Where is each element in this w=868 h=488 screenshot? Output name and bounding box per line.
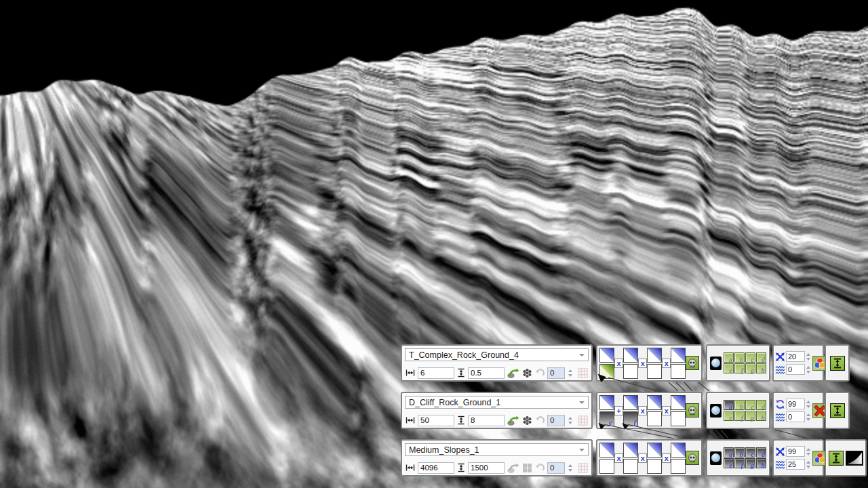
channel-a[interactable]: a (724, 400, 734, 410)
empty-tile[interactable] (599, 459, 614, 474)
falloff-curve-button[interactable] (846, 451, 863, 466)
height-input[interactable] (468, 415, 505, 426)
blend-operator[interactable]: x (638, 359, 647, 368)
seed-spinner[interactable] (568, 462, 573, 473)
channel-a[interactable]: a (724, 352, 734, 363)
fit-height-button[interactable] (829, 451, 844, 466)
count-spinner[interactable] (806, 446, 811, 457)
channel-f[interactable]: f (734, 363, 745, 373)
layer-name-dropdown[interactable]: Medium_Slopes_1 (405, 443, 589, 456)
gradient-tile[interactable] (647, 348, 662, 363)
channel-h[interactable]: h (756, 411, 766, 421)
variation-spinner[interactable] (806, 411, 811, 422)
channel-tile-f[interactable]: f (623, 411, 638, 426)
empty-tile[interactable] (623, 459, 638, 474)
blend-operator[interactable]: x (614, 359, 623, 368)
width-input[interactable] (418, 367, 454, 379)
count-input[interactable] (786, 446, 805, 457)
seed-spinner[interactable] (568, 367, 573, 378)
fit-height-button[interactable] (830, 356, 845, 371)
channel-f[interactable]: f (734, 411, 745, 421)
blend-operator[interactable]: + (614, 406, 623, 415)
grid-button[interactable] (578, 368, 588, 378)
gradient-tile[interactable] (671, 395, 686, 410)
gradient-tile[interactable] (623, 395, 638, 410)
undo-button[interactable] (535, 463, 545, 472)
count-spinner[interactable] (806, 351, 811, 362)
channel-b[interactable]: b (734, 447, 745, 458)
gradient-tile[interactable] (671, 348, 686, 363)
channel-g[interactable]: g (745, 411, 755, 421)
empty-tile[interactable] (671, 364, 686, 379)
width-input[interactable] (418, 462, 454, 474)
grid-button[interactable] (578, 415, 588, 426)
channel-c[interactable]: c (745, 352, 755, 363)
channel-e[interactable]: e (724, 458, 734, 468)
skull-button[interactable] (686, 356, 699, 370)
channel-d[interactable]: d (756, 400, 766, 410)
gradient-tile[interactable] (599, 395, 614, 410)
blend-operator[interactable]: x (662, 406, 671, 415)
gradient-tile[interactable] (623, 348, 638, 363)
seed-input[interactable] (547, 367, 565, 379)
blend-operator[interactable]: x (638, 406, 647, 415)
sphere-preview-button[interactable] (710, 357, 722, 370)
layer-name-dropdown[interactable]: T_Complex_Rock_Ground_4 (405, 348, 589, 361)
cluster-button[interactable] (522, 415, 532, 426)
sphere-preview-button[interactable] (710, 404, 722, 418)
empty-tile[interactable] (623, 364, 638, 379)
empty-tile[interactable] (647, 411, 662, 426)
gradient-tile[interactable] (647, 443, 662, 458)
empty-tile[interactable] (671, 411, 686, 426)
empty-tile[interactable] (647, 364, 662, 379)
channel-h[interactable]: h (756, 458, 766, 468)
seed-input[interactable] (547, 415, 565, 426)
undo-button[interactable] (535, 415, 545, 425)
channel-e[interactable]: e (724, 363, 734, 373)
variation-input[interactable] (786, 459, 805, 470)
undo-button[interactable] (535, 368, 545, 378)
distribution-button[interactable] (507, 415, 519, 426)
gradient-tile-active[interactable] (599, 364, 614, 379)
gradient-tile[interactable] (599, 443, 614, 458)
height-input[interactable] (468, 462, 505, 474)
skull-button[interactable] (686, 451, 699, 465)
count-spinner[interactable] (806, 399, 811, 409)
variation-input[interactable] (786, 364, 805, 375)
layer-name-dropdown[interactable]: D_Cliff_Rock_Ground_1 (405, 396, 589, 409)
cluster-button[interactable] (522, 368, 532, 378)
count-input[interactable] (786, 351, 805, 362)
sphere-preview-button[interactable] (710, 451, 722, 465)
blend-operator[interactable]: x (614, 453, 623, 463)
distribution-button[interactable] (507, 367, 519, 378)
tiles-button[interactable] (522, 463, 532, 473)
channel-d[interactable]: d (756, 352, 766, 363)
channel-a[interactable]: a (724, 447, 734, 458)
empty-tile[interactable] (671, 459, 686, 474)
channel-g[interactable]: g (745, 458, 755, 468)
gradient-tile[interactable] (599, 348, 614, 363)
channel-b[interactable]: b (734, 352, 745, 363)
distribution-button-disabled[interactable] (507, 462, 519, 473)
channel-tile-e[interactable]: e (599, 411, 614, 426)
channel-e[interactable]: e (724, 411, 734, 421)
grid-button[interactable] (578, 463, 588, 473)
gradient-tile[interactable] (623, 443, 638, 458)
variation-spinner[interactable] (806, 364, 811, 375)
channel-h[interactable]: h (756, 363, 766, 373)
channel-b[interactable]: b (734, 400, 745, 410)
blend-operator[interactable]: x (662, 359, 671, 368)
fit-height-button[interactable] (830, 403, 845, 418)
empty-tile[interactable] (647, 459, 662, 474)
variation-spinner[interactable] (806, 459, 811, 470)
variation-input[interactable] (786, 411, 805, 422)
skull-button[interactable] (686, 403, 699, 418)
blend-operator[interactable]: x (662, 453, 671, 463)
gradient-tile[interactable] (647, 395, 662, 410)
channel-c[interactable]: c (745, 400, 755, 410)
width-input[interactable] (418, 415, 454, 426)
seed-spinner[interactable] (568, 415, 573, 426)
gradient-tile[interactable] (671, 443, 686, 458)
channel-c[interactable]: c (745, 447, 755, 458)
count-input[interactable] (786, 399, 805, 409)
